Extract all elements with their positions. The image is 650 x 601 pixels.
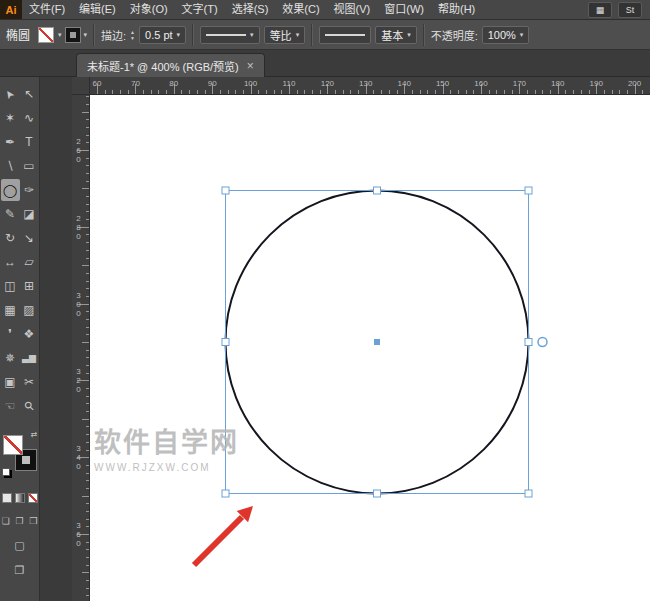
draw-inside-button[interactable]: ❒ xyxy=(27,515,39,527)
ruler-tick xyxy=(450,90,451,94)
selection-handle[interactable] xyxy=(525,187,532,194)
stroke-weight-select[interactable]: 0.5 pt ▾ xyxy=(139,26,186,44)
tool-shape-builder[interactable]: ◫ xyxy=(1,275,20,297)
tool-selection[interactable]: ➤ xyxy=(1,83,20,105)
selection-handle[interactable] xyxy=(222,339,229,346)
tool-free-transform[interactable]: ▱ xyxy=(20,251,39,273)
fill-swatch[interactable] xyxy=(3,435,23,455)
canvas[interactable]: 软件自学网 WWW.RJZXW.COM xyxy=(90,95,650,601)
fill-chevron-icon[interactable]: ▾ xyxy=(58,31,62,39)
tool-paintbrush[interactable]: ✑ xyxy=(20,179,39,201)
menu-edit[interactable]: 编辑(E) xyxy=(72,0,123,19)
gradient-button[interactable] xyxy=(15,493,25,503)
menu-view[interactable]: 视图(V) xyxy=(327,0,378,19)
tool-row: ➤↖ xyxy=(0,83,39,107)
arrange-documents-icon[interactable]: ▦ xyxy=(588,2,612,18)
none-fill-icon xyxy=(4,436,22,454)
ruler-tick xyxy=(335,90,336,94)
tool-column-graph[interactable]: ▃▆ xyxy=(20,347,39,369)
profile-name-select[interactable]: 等比 ▾ xyxy=(264,26,306,44)
menu-type[interactable]: 文字(T) xyxy=(175,0,225,19)
selection-handle[interactable] xyxy=(525,490,532,497)
fill-color-swatch[interactable] xyxy=(38,27,54,43)
draw-behind-button[interactable]: ❐ xyxy=(14,515,26,527)
ruler-tick xyxy=(86,411,89,412)
ruler-tick xyxy=(82,572,89,573)
ruler-label: 60 xyxy=(93,79,102,88)
tool-magic-wand[interactable]: ✶ xyxy=(1,107,20,129)
menu-effect[interactable]: 效果(C) xyxy=(275,0,326,19)
tool-perspective-grid[interactable]: ⊞ xyxy=(20,275,39,297)
brush-definition-select[interactable]: 基本 ▾ xyxy=(375,26,417,44)
tool-eyedropper[interactable]: ❜ xyxy=(1,323,20,345)
selection-handle[interactable] xyxy=(374,490,381,497)
menu-object[interactable]: 对象(O) xyxy=(123,0,175,19)
tool-zoom[interactable]: ⚲ xyxy=(20,395,39,417)
vertical-ruler[interactable]: 260280300320340360 xyxy=(72,95,90,601)
tool-slice[interactable]: ✂ xyxy=(20,371,39,393)
tab-close-icon[interactable]: × xyxy=(247,59,254,73)
ruler-label: 320 xyxy=(74,367,83,394)
toolbar-extra-button[interactable]: ❐ xyxy=(0,564,39,577)
menubar-right: ▦ St xyxy=(588,2,650,18)
tool-eraser[interactable]: ◪ xyxy=(20,203,39,225)
opacity-select[interactable]: 100% ▾ xyxy=(482,26,530,44)
horizontal-ruler[interactable]: 6070809010011012013014015016017018019020… xyxy=(90,77,650,95)
brush-preview-select[interactable] xyxy=(319,26,371,44)
tool-ellipse[interactable]: ◯ xyxy=(1,179,20,201)
stock-button[interactable]: St xyxy=(618,2,642,18)
ruler-tick xyxy=(82,419,89,420)
side-widget-circle[interactable] xyxy=(538,338,547,347)
menu-help[interactable]: 帮助(H) xyxy=(431,0,482,19)
menu-select[interactable]: 选择(S) xyxy=(225,0,276,19)
ruler-tick xyxy=(128,90,129,94)
tool-lasso[interactable]: ∿ xyxy=(20,107,39,129)
tool-scale[interactable]: ↘ xyxy=(20,227,39,249)
tool-direct-selection[interactable]: ↖ xyxy=(20,83,39,105)
ellipse-icon: ◯ xyxy=(3,183,18,198)
ruler-tick xyxy=(358,90,359,94)
stroke-chevron-icon[interactable]: ▾ xyxy=(84,31,88,39)
tool-row: ☜⚲ xyxy=(0,395,39,419)
tool-type[interactable]: T xyxy=(20,131,39,153)
center-point[interactable] xyxy=(374,339,380,345)
tool-rotate[interactable]: ↻ xyxy=(1,227,20,249)
swap-fill-stroke-icon[interactable]: ⇄ xyxy=(31,430,38,439)
selection-handle[interactable] xyxy=(525,339,532,346)
screen-mode-button[interactable]: ▢ xyxy=(0,539,39,552)
selection-handle[interactable] xyxy=(222,187,229,194)
tool-artboard[interactable]: ▣ xyxy=(1,371,20,393)
tool-pencil[interactable]: ✎ xyxy=(1,203,20,225)
tool-row: ∖▭ xyxy=(0,155,39,179)
ruler-tick xyxy=(86,542,89,543)
ruler-tick xyxy=(86,127,89,128)
ruler-origin-corner[interactable] xyxy=(72,77,90,95)
document-tab[interactable]: 未标题-1* @ 400% (RGB/预览) × xyxy=(76,53,265,77)
tool-rectangle[interactable]: ▭ xyxy=(20,155,39,177)
ruler-tick xyxy=(86,465,89,466)
tool-blend[interactable]: ❖ xyxy=(20,323,39,345)
app-logo-icon[interactable]: Ai xyxy=(0,0,22,19)
ruler-tick xyxy=(243,90,244,94)
tool-line-segment[interactable]: ∖ xyxy=(1,155,20,177)
stepper-down-icon[interactable]: ▼ xyxy=(130,35,135,41)
ruler-tick xyxy=(86,357,89,358)
none-button[interactable] xyxy=(28,493,38,503)
tool-row: ◯✑ xyxy=(0,179,39,203)
tool-hand[interactable]: ☜ xyxy=(1,395,20,417)
tool-mesh[interactable]: ▦ xyxy=(1,299,20,321)
ruler-tick xyxy=(82,265,89,266)
selection-handle[interactable] xyxy=(222,490,229,497)
tool-gradient[interactable]: ▨ xyxy=(20,299,39,321)
tool-symbol-sprayer[interactable]: ✵ xyxy=(1,347,20,369)
tool-pen[interactable]: ✒ xyxy=(1,131,20,153)
color-button[interactable] xyxy=(2,493,12,503)
draw-normal-button[interactable]: ❏ xyxy=(0,515,12,527)
menu-file[interactable]: 文件(F) xyxy=(22,0,72,19)
stroke-color-swatch[interactable] xyxy=(66,28,80,42)
default-fill-stroke-icon[interactable] xyxy=(2,468,10,476)
width-profile-select[interactable]: ▾ xyxy=(200,26,260,44)
menu-window[interactable]: 窗口(W) xyxy=(377,0,431,19)
selection-handle[interactable] xyxy=(374,187,381,194)
tool-width[interactable]: ↔ xyxy=(1,251,20,273)
